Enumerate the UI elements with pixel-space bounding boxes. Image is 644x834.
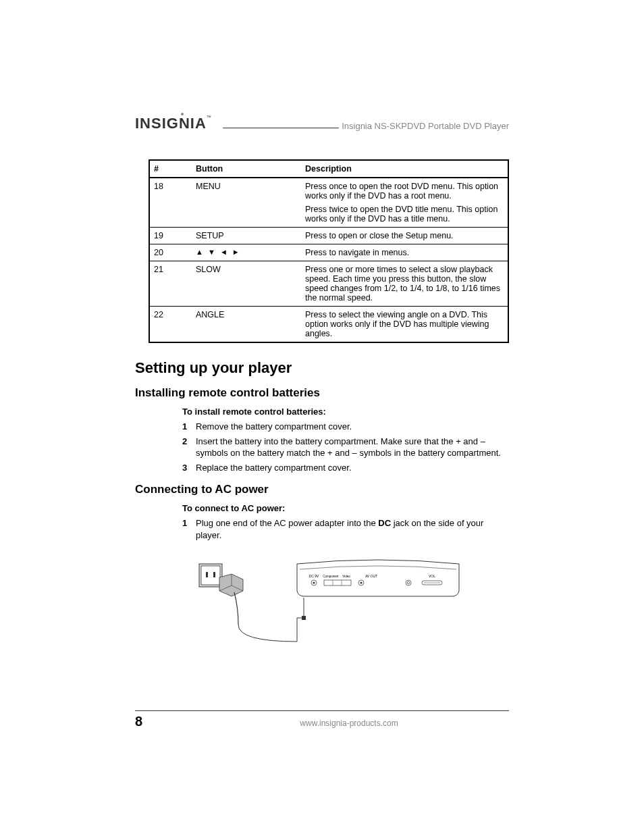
- step-text: Replace the battery compartment cover.: [196, 462, 509, 474]
- col-header-button: Button: [192, 160, 301, 178]
- footer-url: www.insignia-products.com: [189, 719, 509, 728]
- table-row: 20 ▲ ▼ ◄ ► Press to navigate in menus.: [149, 244, 508, 261]
- page-footer: 8 www.insignia-products.com: [135, 710, 509, 729]
- svg-rect-1: [201, 566, 220, 585]
- svg-rect-2: [206, 572, 208, 577]
- brand-text: INSIGNIA: [135, 115, 207, 132]
- row-num: 21: [149, 261, 192, 307]
- step-number: 1: [182, 517, 196, 541]
- row-num: 20: [149, 244, 192, 261]
- page-number: 8: [135, 714, 189, 729]
- col-header-num: #: [149, 160, 192, 178]
- subsection-heading: Installing remote control batteries: [135, 386, 509, 400]
- row-button: ▲ ▼ ◄ ►: [192, 244, 301, 261]
- svg-point-15: [360, 582, 363, 584]
- instructions-block: To connect to AC power: 1 Plug one end o…: [182, 503, 509, 541]
- svg-rect-4: [302, 616, 306, 620]
- subsection-heading: Connecting to AC power: [135, 483, 509, 496]
- row-desc: Press once to open the root DVD menu. Th…: [301, 178, 508, 228]
- svg-rect-3: [213, 572, 215, 577]
- document-title: Insignia NS-SKPDVD Portable DVD Player: [339, 121, 509, 132]
- step-number: 2: [182, 436, 196, 459]
- row-desc: Press to open or close the Setup menu.: [301, 228, 508, 244]
- svg-text:AV OUT: AV OUT: [365, 574, 377, 578]
- col-header-desc: Description: [301, 160, 508, 178]
- row-button: MENU: [192, 178, 301, 228]
- svg-text:Video: Video: [342, 575, 350, 578]
- step-number: 1: [182, 421, 196, 433]
- page-header: INSIGNIA™ Insignia NS-SKPDVD Portable DV…: [135, 115, 509, 132]
- table-row: 22 ANGLE Press to select the viewing ang…: [149, 307, 508, 343]
- section-heading: Setting up your player: [135, 359, 509, 377]
- svg-point-7: [313, 582, 315, 584]
- instructions-block: To install remote control batteries: 1 R…: [182, 407, 509, 473]
- row-num: 18: [149, 178, 192, 228]
- step-text: Remove the battery compartment cover.: [196, 421, 509, 433]
- svg-text:DC 9V: DC 9V: [309, 574, 319, 578]
- instructions-lead: To connect to AC power:: [182, 503, 509, 513]
- svg-text:Component: Component: [323, 575, 339, 578]
- row-button: SETUP: [192, 228, 301, 244]
- step: 1 Plug one end of the AC power adapter i…: [182, 517, 509, 541]
- row-num: 22: [149, 307, 192, 343]
- table-row: 21 SLOW Press one or more times to selec…: [149, 261, 508, 307]
- step: 1 Remove the battery compartment cover.: [182, 421, 509, 433]
- svg-text:VOL: VOL: [429, 574, 435, 578]
- row-button: ANGLE: [192, 307, 301, 343]
- brand-logo: INSIGNIA™: [135, 115, 216, 132]
- step: 2 Insert the battery into the battery co…: [182, 436, 509, 459]
- step-number: 3: [182, 462, 196, 474]
- row-desc: Press to navigate in menus.: [301, 244, 508, 261]
- button-reference-table: # Button Description 18 MENU Press once …: [149, 159, 509, 343]
- table-row: 19 SETUP Press to open or close the Setu…: [149, 228, 508, 244]
- step-text: Plug one end of the AC power adapter int…: [196, 517, 509, 541]
- row-num: 19: [149, 228, 192, 244]
- table-row: 18 MENU Press once to open the root DVD …: [149, 178, 508, 228]
- row-desc: Press to select the viewing angle on a D…: [301, 307, 508, 343]
- row-button: SLOW: [192, 261, 301, 307]
- step-text: Insert the battery into the battery comp…: [196, 436, 509, 459]
- ac-power-diagram: DC 9V Component Video AV OUT VOL: [196, 550, 466, 645]
- row-desc: Press one or more times to select a slow…: [301, 261, 508, 307]
- step: 3 Replace the battery compartment cover.: [182, 462, 509, 474]
- instructions-lead: To install remote control batteries:: [182, 407, 509, 417]
